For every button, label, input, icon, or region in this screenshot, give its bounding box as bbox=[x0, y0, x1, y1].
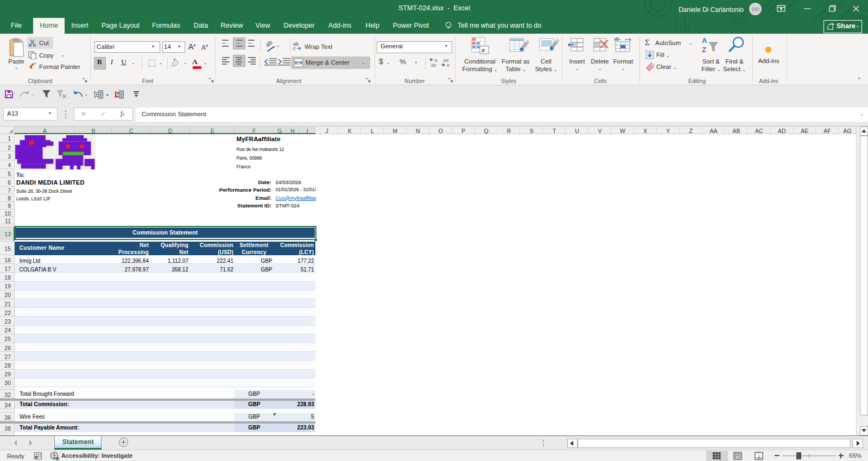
svg-text:.00: .00 bbox=[430, 63, 436, 67]
svg-text:Z: Z bbox=[702, 46, 706, 54]
svg-text:c: c bbox=[293, 46, 296, 51]
svg-text:A: A bbox=[702, 36, 707, 45]
svg-text:.0: .0 bbox=[434, 58, 438, 63]
svg-text:≠: ≠ bbox=[481, 47, 485, 54]
